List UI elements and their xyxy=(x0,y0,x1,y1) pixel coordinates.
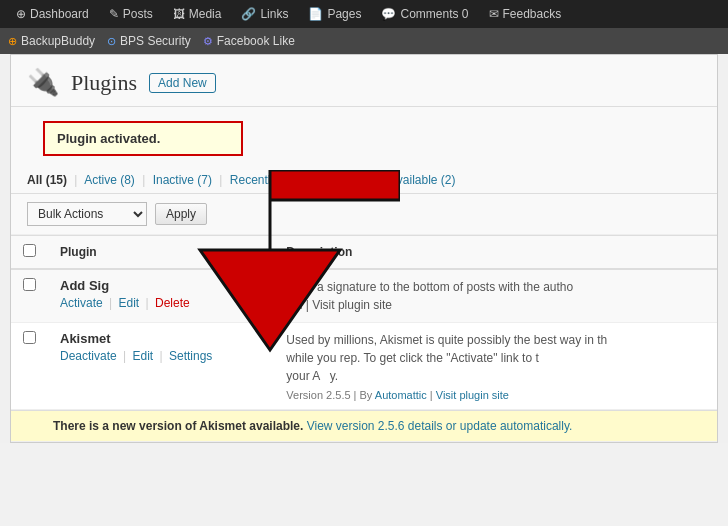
nav-comments-label: Comments 0 xyxy=(400,7,468,21)
nav-facebook-like[interactable]: ⚙ Facebook Like xyxy=(203,34,295,48)
plugin-description-cell: Adds a signature to the bottom of posts … xyxy=(274,269,717,323)
plugin-settings-link[interactable]: Settings xyxy=(169,349,212,363)
nav-feedbacks[interactable]: ✉ Feedbacks xyxy=(481,0,570,28)
plugin-description-cell: Used by millions, Akismet is quite possi… xyxy=(274,323,717,410)
nav-links[interactable]: 🔗 Links xyxy=(233,0,296,28)
nav-pages-label: Pages xyxy=(327,7,361,21)
plugin-activate-link[interactable]: Activate xyxy=(60,296,103,310)
facebook-like-icon: ⚙ xyxy=(203,35,213,48)
nav-posts[interactable]: ✎ Posts xyxy=(101,0,161,28)
plugin-delete-link[interactable]: Delete xyxy=(155,296,190,310)
update-notice-row: There is a new version of Akismet availa… xyxy=(11,410,717,442)
page-wrapper: ⊕ Dashboard ✎ Posts 🖼 Media 🔗 Links 📄 Pa… xyxy=(0,0,728,526)
plugin-description: Used by millions, Akismet is quite possi… xyxy=(286,331,705,385)
pages-icon: 📄 xyxy=(308,7,323,21)
plugin-name: Add Sig xyxy=(60,278,262,293)
plugin-deactivate-link[interactable]: Deactivate xyxy=(60,349,117,363)
filter-recently-active[interactable]: Recently Active (1) xyxy=(230,173,330,187)
inner-page: 🔌 Plugins Add New Plugin activated. All … xyxy=(10,54,718,443)
links-icon: 🔗 xyxy=(241,7,256,21)
bulk-actions-select[interactable]: Bulk Actions Activate Deactivate Delete xyxy=(27,202,147,226)
col-header-description: Description xyxy=(274,236,717,270)
content-area: 🔌 Plugins Add New Plugin activated. All … xyxy=(0,54,728,443)
nav-media-label: Media xyxy=(189,7,222,21)
filter-inactive[interactable]: Inactive (7) xyxy=(153,173,212,187)
nav-dashboard[interactable]: ⊕ Dashboard xyxy=(8,0,97,28)
nav-posts-label: Posts xyxy=(123,7,153,21)
nav-dashboard-label: Dashboard xyxy=(30,7,89,21)
table-row: Akismet Deactivate | Edit | Settings xyxy=(11,323,717,410)
plugin-meta: Version 2.5.5 | By Automattic | Visit pl… xyxy=(286,389,705,401)
plugin-description: Adds a signature to the bottom of posts … xyxy=(286,278,705,314)
plugins-icon: 🔌 xyxy=(27,67,59,98)
notification-box: Plugin activated. xyxy=(43,121,243,156)
nav-links-label: Links xyxy=(260,7,288,21)
nav-comments[interactable]: 💬 Comments 0 xyxy=(373,0,476,28)
nav-facebook-like-label: Facebook Like xyxy=(217,34,295,48)
nav-backupbuddy[interactable]: ⊕ BackupBuddy xyxy=(8,34,95,48)
media-icon: 🖼 xyxy=(173,7,185,21)
apply-button[interactable]: Apply xyxy=(155,203,207,225)
plugin-visit-site-link[interactable]: Visit plugin site xyxy=(436,389,509,401)
filter-links: All (15) | Active (8) | Inactive (7) | R… xyxy=(27,173,456,187)
posts-icon: ✎ xyxy=(109,7,119,21)
notification-strong: Plugin activated. xyxy=(57,131,160,146)
filter-update-available[interactable]: Update Available (2) xyxy=(348,173,456,187)
page-title: Plugins xyxy=(71,70,137,96)
plugin-actions: Activate | Edit | Delete xyxy=(60,296,262,310)
select-all-checkbox[interactable] xyxy=(23,244,36,257)
notification-wrapper: Plugin activated. xyxy=(11,107,717,166)
col-header-plugin: Plugin xyxy=(48,236,274,270)
notification-text: Plugin activated. xyxy=(57,131,160,146)
nav-feedbacks-label: Feedbacks xyxy=(503,7,562,21)
update-notice: There is a new version of Akismet availa… xyxy=(11,410,717,441)
nav-media[interactable]: 🖼 Media xyxy=(165,0,230,28)
nav-bps-security[interactable]: ⊙ BPS Security xyxy=(107,34,191,48)
update-link[interactable]: View version 2.5.6 details or update aut… xyxy=(307,419,573,433)
nav-bps-security-label: BPS Security xyxy=(120,34,191,48)
add-new-button[interactable]: Add New xyxy=(149,73,216,93)
plugin-checkbox-cell xyxy=(11,323,48,410)
dashboard-icon: ⊕ xyxy=(16,7,26,21)
filter-area: All (15) | Active (8) | Inactive (7) | R… xyxy=(11,166,717,194)
plugin-visit-site-link[interactable]: Visit plugin site xyxy=(312,298,392,312)
plugin-checkbox-cell xyxy=(11,269,48,323)
plugin-name: Akismet xyxy=(60,331,262,346)
nav-backupbuddy-label: BackupBuddy xyxy=(21,34,95,48)
plugin-checkbox[interactable] xyxy=(23,278,36,291)
plugin-edit-link[interactable]: Edit xyxy=(133,349,154,363)
plugin-actions: Deactivate | Edit | Settings xyxy=(60,349,262,363)
backupbuddy-icon: ⊕ xyxy=(8,35,17,48)
top-nav: ⊕ Dashboard ✎ Posts 🖼 Media 🔗 Links 📄 Pa… xyxy=(0,0,728,28)
bps-security-icon: ⊙ xyxy=(107,35,116,48)
filter-active[interactable]: Active (8) xyxy=(84,173,135,187)
bulk-actions-bar: Bulk Actions Activate Deactivate Delete … xyxy=(11,194,717,235)
col-header-checkbox xyxy=(11,236,48,270)
plugin-edit-link[interactable]: Edit xyxy=(118,296,139,310)
second-nav: ⊕ BackupBuddy ⊙ BPS Security ⚙ Facebook … xyxy=(0,28,728,54)
plugin-info-cell: Add Sig Activate | Edit | Delete xyxy=(48,269,274,323)
comments-icon: 💬 xyxy=(381,7,396,21)
plugins-table: Plugin Description Add Sig xyxy=(11,235,717,442)
filter-all[interactable]: All (15) xyxy=(27,173,67,187)
table-row: Add Sig Activate | Edit | Delete xyxy=(11,269,717,323)
page-header: 🔌 Plugins Add New xyxy=(11,55,717,107)
plugin-checkbox[interactable] xyxy=(23,331,36,344)
plugin-author-link[interactable]: Automattic xyxy=(375,389,427,401)
nav-pages[interactable]: 📄 Pages xyxy=(300,0,369,28)
plugin-info-cell: Akismet Deactivate | Edit | Settings xyxy=(48,323,274,410)
update-notice-cell: There is a new version of Akismet availa… xyxy=(11,410,717,442)
update-notice-text: There is a new version of Akismet availa… xyxy=(53,419,303,433)
feedbacks-icon: ✉ xyxy=(489,7,499,21)
